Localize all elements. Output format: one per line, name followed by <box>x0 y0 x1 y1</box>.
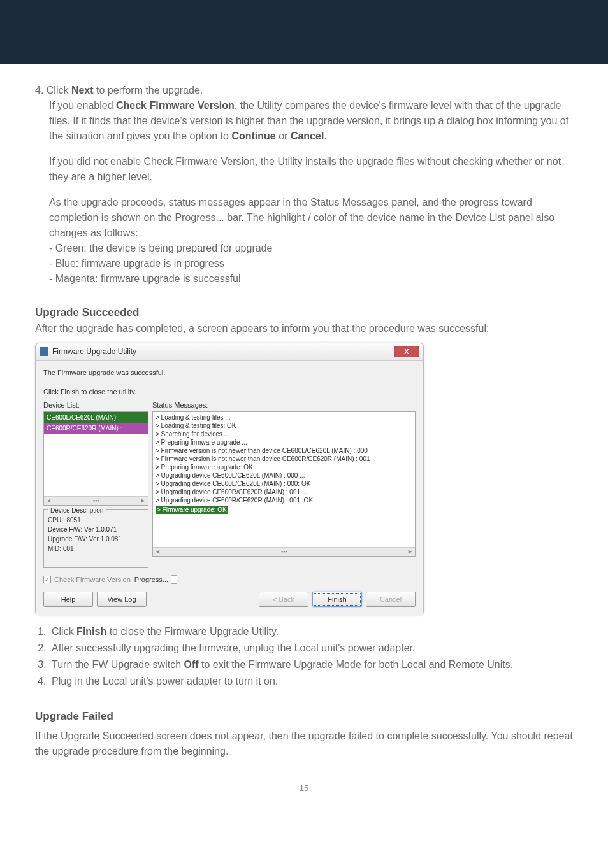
finish-bold: Finish <box>76 626 106 637</box>
step4-suffix: to perform the upgrade. <box>94 85 203 96</box>
status-line: > Upgrading device CE600L/CE620L (MAIN) … <box>156 480 412 488</box>
success-msg: The Firmware upgrade was successful. <box>43 367 416 378</box>
dialog-title: Firmware Upgrade Utility <box>52 346 136 357</box>
device-description-group: Device Description CPU : 8051 Device F/W… <box>43 509 148 568</box>
s3c: to exit the Firmware Upgrade Mode for bo… <box>199 659 514 670</box>
status-messages-box[interactable]: > Loading & testing files ... > Loading … <box>152 411 416 557</box>
step4-paragraphs: If you enabled Check Firmware Version, t… <box>49 98 573 287</box>
status-line: > Upgrading device CE600R/CE620R (MAIN) … <box>156 496 412 504</box>
buttons-row: Help View Log < Back Finish Cancel <box>43 592 416 608</box>
page-content: 4. Click Next to perform the upgrade. If… <box>0 64 608 820</box>
continue-bold: Continue <box>231 131 275 141</box>
progress-bar <box>171 575 177 584</box>
status-line-highlight: > Firmware upgrade: OK <box>156 506 228 514</box>
desc-devfw: Device F/W: Ver 1.0.071 <box>48 525 144 534</box>
bullet-blue: - Blue: firmware upgrade is in progress <box>49 256 573 271</box>
close-button[interactable]: X <box>394 346 419 357</box>
scroll-right-icon[interactable]: ► <box>407 548 413 557</box>
scroll-left-icon[interactable]: ◄ <box>46 497 52 506</box>
check-fw-bold: Check Firmware Version <box>116 100 235 111</box>
status-line: > Upgrading device CE600L/CE620L (MAIN) … <box>156 471 412 480</box>
app-icon <box>40 347 48 356</box>
device-item-1[interactable]: CE600R/CE620R (MAIN) : <box>44 423 148 434</box>
device-list-box[interactable]: CE600L/CE620L (MAIN) : CE600R/CE620R (MA… <box>43 411 148 506</box>
off-bold: Off <box>184 659 198 670</box>
scroll-thumb[interactable]: ▪▪▪ <box>281 548 287 557</box>
final-step-1: Click Finish to close the Firmware Upgra… <box>49 624 573 639</box>
p1g: . <box>324 131 326 141</box>
top-banner <box>0 0 608 64</box>
step4-p3: As the upgrade proceeds, status messages… <box>49 195 573 241</box>
bullet-green: - Green: the device is being prepared fo… <box>49 241 573 256</box>
status-line: > Upgrading device CE600R/CE620R (MAIN) … <box>156 488 412 496</box>
status-line: > Preparing firmware upgrade: OK <box>156 463 412 471</box>
options-row: ✓ Check Firmware Version Progress... <box>43 574 416 585</box>
desc-cpu: CPU : 8051 <box>48 515 144 525</box>
page-number: 15 <box>35 782 573 795</box>
device-list-column: CE600L/CE620L (MAIN) : CE600R/CE620R (MA… <box>43 411 148 568</box>
bullet-magenta: - Magenta: firmware upgrade is successfu… <box>49 271 573 287</box>
s1c: to close the Firmware Upgrade Utility. <box>106 626 279 637</box>
s1a: Click <box>52 626 76 637</box>
upgrade-succeeded-heading: Upgrade Succeeded <box>35 304 573 321</box>
checkmark-icon: ✓ <box>45 576 50 585</box>
scroll-left-icon[interactable]: ◄ <box>155 548 161 557</box>
device-desc-legend: Device Description <box>48 506 106 515</box>
finish-msg: Click Finish to close the utility. <box>43 387 416 397</box>
desc-upfw: Upgrade F/W: Ver 1.0.081 <box>48 534 144 544</box>
upgrade-failed-body: If the Upgrade Succeeded screen does not… <box>35 729 573 759</box>
status-line: > Loading & testing files: OK <box>156 422 412 430</box>
status-line: > Searching for devices ... <box>156 430 412 438</box>
device-item-0[interactable]: CE600L/CE620L (MAIN) : <box>44 412 148 423</box>
status-line: > Firmware version is not newer than dev… <box>156 446 412 455</box>
step4-p2: If you did not enable Check Firmware Ver… <box>49 154 573 185</box>
step4-line1: 4. Click Next to perform the upgrade. <box>49 83 573 98</box>
cancel-button[interactable]: Cancel <box>366 592 416 608</box>
upgrade-succeeded-intro: After the upgrade has completed, a scree… <box>35 321 573 336</box>
p1e: or <box>276 131 291 141</box>
dialog-body: The Firmware upgrade was successful. Cli… <box>36 361 423 615</box>
step4-p1: If you enabled Check Firmware Version, t… <box>49 98 573 144</box>
help-button[interactable]: Help <box>43 592 93 608</box>
status-line: > Loading & testing files ... <box>156 413 412 422</box>
progress-label: Progress... <box>134 574 168 585</box>
step4-prefix: 4. Click <box>35 85 71 96</box>
check-firmware-label: Check Firmware Version <box>54 574 131 585</box>
final-step-2: After successfully upgrading the firmwar… <box>49 641 573 656</box>
check-firmware-checkbox[interactable]: ✓ <box>43 576 51 583</box>
back-button[interactable]: < Back <box>259 592 308 608</box>
status-scrollbar[interactable]: ◄ ▪▪▪ ► <box>153 547 415 556</box>
cancel-bold: Cancel <box>291 131 324 141</box>
device-list-scrollbar[interactable]: ◄ ▪▪▪ ► <box>44 496 148 505</box>
firmware-dialog: Firmware Upgrade Utility X The Firmware … <box>35 343 424 616</box>
scroll-right-icon[interactable]: ► <box>140 497 146 506</box>
upgrade-failed-heading: Upgrade Failed <box>35 708 573 725</box>
desc-mid: MID: 001 <box>48 544 144 553</box>
device-list-label: Device List: <box>43 400 148 411</box>
status-line: > Preparing firmware upgrade ... <box>156 438 412 446</box>
final-step-4: Plug in the Local unit's power adapter t… <box>49 674 573 689</box>
status-column: > Loading & testing files ... > Loading … <box>152 411 416 568</box>
viewlog-button[interactable]: View Log <box>97 592 147 608</box>
p1a: If you enabled <box>49 100 116 111</box>
finish-button[interactable]: Finish <box>312 592 362 608</box>
final-steps: Click Finish to close the Firmware Upgra… <box>35 624 573 689</box>
final-step-3: Turn the FW Upgrade switch Off to exit t… <box>49 657 573 672</box>
scroll-thumb[interactable]: ▪▪▪ <box>93 497 99 506</box>
status-line: > Firmware version is not newer than dev… <box>156 455 412 463</box>
next-bold: Next <box>71 85 94 96</box>
dialog-titlebar: Firmware Upgrade Utility X <box>36 343 423 361</box>
s3a: Turn the FW Upgrade switch <box>52 659 184 670</box>
status-messages-label: Status Messages: <box>152 400 416 411</box>
dialog-screenshot: Firmware Upgrade Utility X The Firmware … <box>35 343 573 616</box>
dialog-columns: CE600L/CE620L (MAIN) : CE600R/CE620R (MA… <box>43 411 416 568</box>
